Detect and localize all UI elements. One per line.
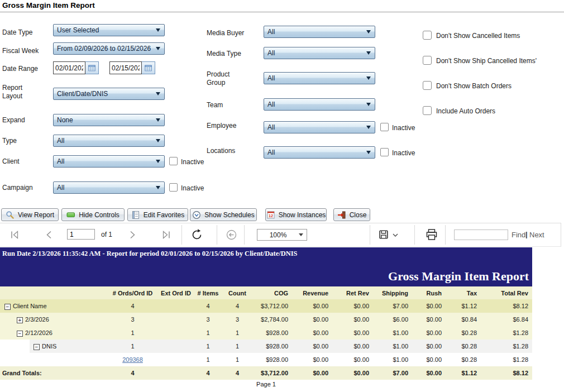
cell: $1.00 [371,343,410,350]
cell: $0.00 [410,356,444,363]
media-buyer-dropdown[interactable]: All [264,26,375,38]
client-inactive-checkbox[interactable] [169,157,178,165]
type-dropdown[interactable]: All [53,135,165,147]
employee-value: All [264,123,366,131]
date-range-label: Date Range [2,65,38,73]
cell: $0.00 [290,303,331,309]
next-page-icon[interactable] [127,230,137,240]
page-footer-label: Page 1 [0,381,532,388]
dont-show-batch-orders-label: Don't Show Batch Orders [436,82,512,90]
fiscal-week-dropdown[interactable]: From 02/09/2026 to 02/15/2026 [53,42,165,55]
report-layout-dropdown[interactable]: Client/Date/DNIS [53,88,165,100]
date-type-dropdown[interactable]: User Selected [53,24,165,36]
chevron-down-icon [156,160,160,163]
report-layout-value: Client/Date/DNIS [54,90,156,98]
calendar-grid-icon [144,64,152,72]
chevron-down-icon [156,92,160,95]
locations-dropdown[interactable]: All [264,146,375,159]
table-row-date: −2/12/2026 1 1 1 $928.00 $0.00 $0.00 $1.… [0,326,532,340]
show-schedules-button[interactable]: Show Schedules [190,208,257,221]
product-group-dropdown[interactable]: All [264,72,375,84]
date-type-label: Date Type [2,28,32,37]
save-options-chevron-icon[interactable] [393,233,398,237]
expand-dropdown[interactable]: None [53,114,165,126]
cell: 1 [193,356,223,363]
campaign-dropdown[interactable]: All [53,181,165,194]
chevron-down-icon [156,28,160,32]
find-next-divider: | [525,230,528,238]
chevron-down-icon [366,51,371,55]
expand-toggle-icon[interactable]: + [17,317,23,323]
cell: $928.00 [251,356,290,363]
order-id-link[interactable]: 209368 [122,356,143,363]
media-type-dropdown[interactable]: All [264,47,375,59]
dont-show-cancelled-checkbox[interactable] [423,31,432,40]
chevron-down-icon [156,139,160,142]
last-page-icon[interactable] [161,230,171,240]
campaign-value: All [54,184,156,192]
collapse-toggle-icon[interactable]: − [34,344,40,350]
cell: $7.00 [371,303,410,309]
date-from-input[interactable] [53,61,85,74]
campaign-inactive-checkbox[interactable] [169,183,178,192]
save-icon[interactable] [379,230,389,240]
report-canvas: Run Date 2/13/2026 11:35:42 AM - Report … [0,247,532,392]
show-instances-button[interactable]: 12 Show Instances [265,208,327,221]
row-label: DNIS [42,343,56,350]
hide-controls-button[interactable]: Hide Controls [61,208,125,221]
col-ret-rev: Ret Rev [331,290,371,297]
cell: $0.84 [444,316,479,323]
col-total-rev: Total Rev [479,290,530,297]
gross-margin-report-window: Gross Margin Item Report Date Type User … [0,0,564,392]
team-value: All [264,101,366,108]
media-buyer-value: All [264,28,366,36]
locations-value: All [264,149,366,156]
cell: $0.00 [331,343,371,350]
locations-inactive-checkbox[interactable] [380,148,389,156]
cell: $6.84 [479,316,530,323]
zoom-select[interactable]: 100% [257,229,307,241]
locations-label: Locations [207,147,235,155]
back-icon[interactable] [226,230,237,240]
edit-favorites-button[interactable]: Edit Favorites [127,208,188,221]
date-from-picker-button[interactable] [85,61,99,74]
cell: $1.12 [444,303,479,309]
refresh-icon[interactable] [190,228,203,241]
print-icon[interactable] [426,228,438,241]
row-label: Client Name [13,303,47,309]
employee-dropdown[interactable]: All [264,121,375,133]
row-label: 2/12/2026 [25,329,52,336]
find-next-button[interactable]: Next [529,231,544,239]
find-input[interactable] [454,230,508,240]
close-button[interactable]: Close [333,208,370,221]
page-number-input[interactable] [67,229,95,240]
chevron-down-icon [156,118,160,122]
cell: $1.00 [371,356,410,363]
first-page-icon[interactable] [10,230,20,240]
dont-show-batch-orders-checkbox[interactable] [423,81,432,90]
employee-inactive-checkbox[interactable] [380,123,389,131]
cell: 4 [223,370,251,376]
date-to-picker-button[interactable] [142,61,155,74]
cell: $1.12 [444,370,479,376]
col-ords-ord-id: # Ords/Ord ID [106,290,159,297]
team-dropdown[interactable]: All [264,98,375,111]
view-report-button[interactable]: View Report [1,208,59,221]
calendar-grid-icon [88,64,96,72]
client-label: Client [2,157,20,166]
cell: $0.00 [410,316,444,323]
previous-page-icon[interactable] [45,230,54,240]
view-report-label: View Report [18,211,54,219]
collapse-toggle-icon[interactable]: − [17,331,23,337]
report-layout-label: Report Layout [2,84,35,101]
client-dropdown[interactable]: All [53,155,165,168]
collapse-toggle-icon[interactable]: − [4,304,11,310]
cell: 1 [193,343,223,350]
date-to-input[interactable] [109,61,142,74]
chevron-down-icon [156,47,160,50]
cell: $0.00 [290,370,331,376]
include-auto-orders-checkbox[interactable] [423,106,432,115]
find-button[interactable]: Find [512,231,525,239]
dont-show-ship-cancelled-checkbox[interactable] [423,56,432,65]
dont-show-cancelled-label: Don't Show Cancelled Items [436,32,520,40]
